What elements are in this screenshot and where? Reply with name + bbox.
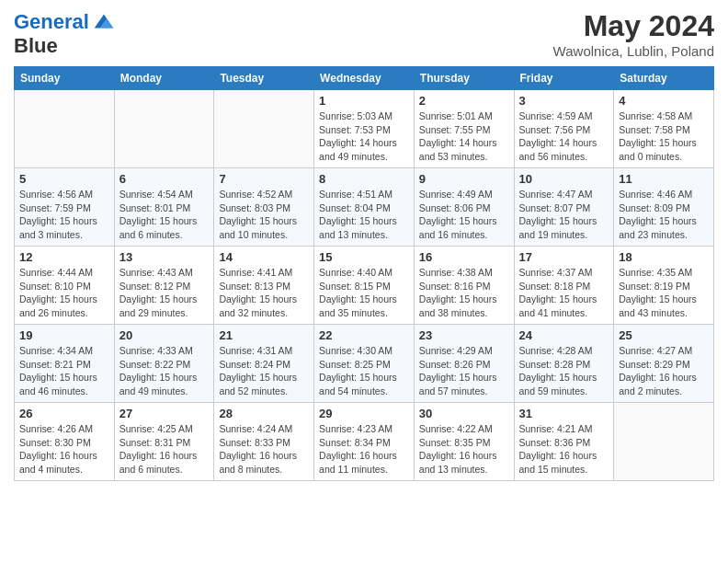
day-info-line: Daylight: 15 hours and 46 minutes. [19,371,109,397]
day-number: 21 [219,328,309,342]
day-cell: 1Sunrise: 5:03 AMSunset: 7:53 PMDaylight… [314,90,415,168]
title-block: May 2024 Wawolnica, Lublin, Poland [553,9,714,59]
day-number: 4 [619,94,709,108]
day-number: 14 [219,250,309,264]
weekday-header-friday: Friday [514,67,614,90]
day-info-line: Sunrise: 4:23 AM [319,422,409,436]
day-info-line: Sunset: 8:28 PM [519,358,609,372]
day-info-line: Sunrise: 4:21 AM [519,422,609,436]
day-cell: 28Sunrise: 4:24 AMSunset: 8:33 PMDayligh… [214,403,314,481]
day-info-line: Daylight: 15 hours and 59 minutes. [519,371,609,397]
day-cell: 17Sunrise: 4:37 AMSunset: 8:18 PMDayligh… [514,247,614,325]
weekday-header-saturday: Saturday [614,67,714,90]
day-info-line: Daylight: 15 hours and 26 minutes. [19,293,109,319]
day-info-line: Sunset: 7:56 PM [519,123,609,137]
day-info-line: Sunset: 7:53 PM [319,123,409,137]
day-info-line: Sunrise: 4:28 AM [519,344,609,358]
day-cell: 16Sunrise: 4:38 AMSunset: 8:16 PMDayligh… [414,247,514,325]
day-info-line: Daylight: 15 hours and 0 minutes. [619,136,709,163]
day-info-line: Sunset: 8:33 PM [219,436,309,450]
day-info-line: Sunrise: 4:38 AM [419,266,509,280]
day-info-line: Sunrise: 4:35 AM [619,266,709,280]
week-row-5: 26Sunrise: 4:26 AMSunset: 8:30 PMDayligh… [15,403,714,481]
day-cell: 20Sunrise: 4:33 AMSunset: 8:22 PMDayligh… [114,325,214,403]
day-info-line: Daylight: 14 hours and 53 minutes. [419,136,509,163]
day-info-line: Sunset: 8:10 PM [19,280,109,293]
day-info-line: Daylight: 14 hours and 56 minutes. [519,136,609,163]
day-info-line: Daylight: 16 hours and 13 minutes. [419,449,509,476]
week-row-4: 19Sunrise: 4:34 AMSunset: 8:21 PMDayligh… [15,325,714,403]
calendar-table: SundayMondayTuesdayWednesdayThursdayFrid… [14,66,714,481]
day-number: 18 [619,250,709,264]
day-info-line: Sunrise: 4:59 AM [519,109,609,123]
day-info-line: Sunset: 8:07 PM [519,201,609,215]
day-info-line: Sunset: 8:16 PM [419,280,509,293]
day-cell: 2Sunrise: 5:01 AMSunset: 7:55 PMDaylight… [414,90,514,168]
day-cell: 22Sunrise: 4:30 AMSunset: 8:25 PMDayligh… [314,325,415,403]
day-info-line: Sunset: 8:25 PM [319,358,409,372]
day-cell: 21Sunrise: 4:31 AMSunset: 8:24 PMDayligh… [214,325,314,403]
day-info-line: Daylight: 16 hours and 2 minutes. [619,371,709,397]
day-info-line: Sunset: 8:12 PM [119,280,210,293]
day-info-line: Sunset: 8:22 PM [119,358,210,372]
day-cell: 18Sunrise: 4:35 AMSunset: 8:19 PMDayligh… [614,247,714,325]
day-info-line: Sunrise: 4:24 AM [219,422,309,436]
day-number: 2 [419,94,509,108]
day-info-line: Sunrise: 4:34 AM [19,344,109,358]
day-number: 30 [419,407,509,420]
day-cell: 19Sunrise: 4:34 AMSunset: 8:21 PMDayligh… [15,325,115,403]
day-info-line: Sunrise: 5:03 AM [319,109,409,123]
week-row-1: 1Sunrise: 5:03 AMSunset: 7:53 PMDaylight… [15,90,714,168]
day-info-line: Daylight: 16 hours and 8 minutes. [219,449,309,476]
day-number: 3 [519,94,609,108]
day-info-line: Sunrise: 4:46 AM [619,188,709,201]
day-info-line: Sunset: 8:35 PM [419,436,509,450]
day-info-line: Sunset: 8:29 PM [619,358,709,372]
month-title: May 2024 [553,9,714,43]
day-info-line: Sunrise: 4:44 AM [19,266,109,280]
day-number: 12 [19,250,109,264]
weekday-header-thursday: Thursday [414,67,514,90]
day-number: 25 [619,328,709,342]
day-info-line: Sunset: 8:31 PM [119,436,210,450]
day-info-line: Sunrise: 4:29 AM [419,344,509,358]
day-info-line: Sunrise: 4:30 AM [319,344,409,358]
day-info-line: Daylight: 16 hours and 4 minutes. [19,449,109,476]
day-info-line: Sunset: 8:04 PM [319,201,409,215]
day-cell [214,90,314,168]
day-info-line: Daylight: 14 hours and 49 minutes. [319,136,409,163]
day-info-line: Sunrise: 4:51 AM [319,188,409,201]
day-info-line: Daylight: 15 hours and 16 minutes. [419,214,509,241]
day-info-line: Sunrise: 4:52 AM [219,188,309,201]
day-info-line: Sunset: 8:36 PM [519,436,609,450]
day-info-line: Daylight: 15 hours and 23 minutes. [619,214,709,241]
day-cell: 11Sunrise: 4:46 AMSunset: 8:09 PMDayligh… [614,168,714,247]
day-info-line: Daylight: 15 hours and 57 minutes. [419,371,509,397]
day-info-line: Sunset: 7:58 PM [619,123,709,137]
day-cell: 4Sunrise: 4:58 AMSunset: 7:58 PMDaylight… [614,90,714,168]
day-info-line: Sunset: 7:55 PM [419,123,509,137]
day-cell: 23Sunrise: 4:29 AMSunset: 8:26 PMDayligh… [414,325,514,403]
day-info-line: Sunrise: 4:58 AM [619,109,709,123]
day-number: 19 [19,328,109,342]
week-row-3: 12Sunrise: 4:44 AMSunset: 8:10 PMDayligh… [15,247,714,325]
day-info-line: Sunrise: 4:26 AM [19,422,109,436]
day-info-line: Sunset: 8:34 PM [319,436,409,450]
day-cell: 26Sunrise: 4:26 AMSunset: 8:30 PMDayligh… [15,403,115,481]
day-number: 29 [319,407,409,420]
day-number: 16 [419,250,509,264]
day-info-line: Sunrise: 4:43 AM [119,266,210,280]
day-number: 27 [119,407,210,420]
weekday-header-tuesday: Tuesday [214,67,314,90]
day-info-line: Daylight: 15 hours and 32 minutes. [219,293,309,319]
day-info-line: Sunrise: 5:01 AM [419,109,509,123]
day-cell: 31Sunrise: 4:21 AMSunset: 8:36 PMDayligh… [514,403,614,481]
day-cell: 7Sunrise: 4:52 AMSunset: 8:03 PMDaylight… [214,168,314,247]
weekday-header-monday: Monday [114,67,214,90]
day-info-line: Daylight: 15 hours and 6 minutes. [119,214,210,241]
day-info-line: Sunset: 8:30 PM [19,436,109,450]
day-number: 26 [19,407,109,420]
day-cell: 3Sunrise: 4:59 AMSunset: 7:56 PMDaylight… [514,90,614,168]
day-info-line: Daylight: 15 hours and 19 minutes. [519,214,609,241]
day-info-line: Daylight: 16 hours and 6 minutes. [119,449,210,476]
